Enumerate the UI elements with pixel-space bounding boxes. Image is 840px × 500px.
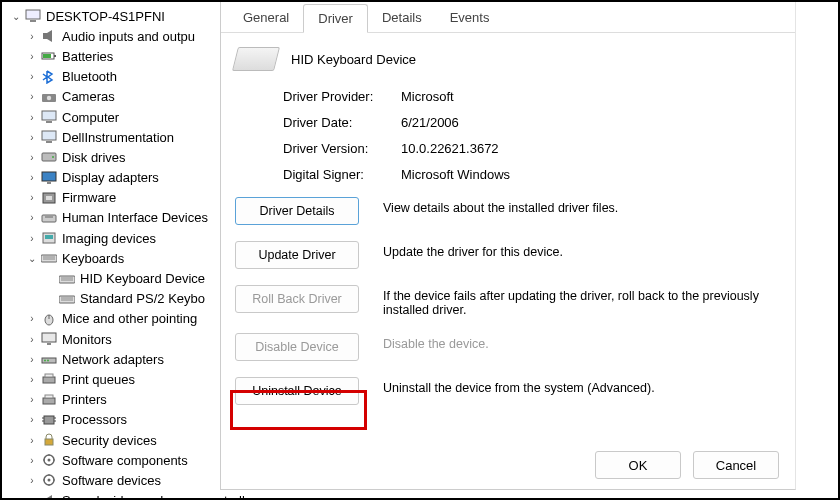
- cancel-button[interactable]: Cancel: [693, 451, 779, 479]
- tree-item-label: Human Interface Devices: [62, 210, 208, 225]
- svg-rect-41: [45, 395, 53, 398]
- tree-item-label: Standard PS/2 Keybo: [80, 291, 205, 306]
- tree-item-label: Mice and other pointing: [62, 311, 197, 326]
- tab-details[interactable]: Details: [368, 4, 436, 32]
- svg-rect-33: [42, 333, 56, 342]
- tree-item-label: DellInstrumentation: [62, 130, 174, 145]
- chevron-right-icon: ›: [26, 475, 38, 486]
- signer-value: Microsoft Windows: [401, 167, 510, 182]
- chevron-right-icon: ›: [26, 354, 38, 365]
- tree-item-label: Disk drives: [62, 150, 126, 165]
- tab-driver[interactable]: Driver: [303, 4, 368, 33]
- provider-value: Microsoft: [401, 89, 454, 104]
- keyboard-icon: [40, 250, 58, 266]
- computer-icon: [40, 129, 58, 145]
- tree-item-label: Computer: [62, 110, 119, 125]
- uninstall-device-desc: Uninstall the device from the system (Ad…: [383, 377, 781, 395]
- chevron-right-icon: ›: [26, 172, 38, 183]
- tree-item[interactable]: ›Sound, video and game controllers: [26, 491, 310, 501]
- chevron-right-icon: ›: [26, 31, 38, 42]
- date-label: Driver Date:: [283, 115, 401, 130]
- chevron-right-icon: ›: [26, 313, 38, 324]
- tree-item-label: Display adapters: [62, 170, 159, 185]
- svg-rect-14: [42, 172, 56, 181]
- svg-rect-11: [46, 141, 52, 143]
- computer-icon: [24, 8, 42, 24]
- cpu-icon: [40, 412, 58, 428]
- keyboard-icon: [58, 271, 76, 287]
- chevron-right-icon: ›: [26, 192, 38, 203]
- svg-rect-15: [47, 182, 51, 184]
- battery-icon: [40, 48, 58, 64]
- keyboard-icon: [58, 291, 76, 307]
- svg-rect-17: [46, 196, 52, 200]
- tree-item-label: Processors: [62, 412, 127, 427]
- tab-general[interactable]: General: [229, 4, 303, 32]
- chevron-down-icon: ⌄: [26, 253, 38, 264]
- tree-item-label: Keyboards: [62, 251, 124, 266]
- svg-rect-42: [44, 416, 54, 424]
- chevron-right-icon: ›: [26, 414, 38, 425]
- audio-icon: [40, 493, 58, 500]
- svg-rect-9: [46, 121, 52, 123]
- disable-device-button: Disable Device: [235, 333, 359, 361]
- svg-point-13: [52, 156, 54, 158]
- chevron-right-icon: ›: [26, 212, 38, 223]
- tree-item-label: Cameras: [62, 89, 115, 104]
- tree-item-label: Monitors: [62, 332, 112, 347]
- tree-item-label: Imaging devices: [62, 231, 156, 246]
- svg-rect-2: [43, 33, 47, 39]
- chevron-right-icon: ›: [26, 132, 38, 143]
- svg-rect-39: [45, 374, 53, 377]
- driver-details-button[interactable]: Driver Details: [235, 197, 359, 225]
- ok-button[interactable]: OK: [595, 451, 681, 479]
- printer-icon: [40, 371, 58, 387]
- audio-icon: [40, 28, 58, 44]
- chevron-right-icon: ›: [26, 71, 38, 82]
- tree-item-label: Batteries: [62, 49, 113, 64]
- svg-point-7: [47, 96, 51, 100]
- svg-rect-18: [42, 215, 56, 222]
- tree-item-label: Network adapters: [62, 352, 164, 367]
- update-driver-button[interactable]: Update Driver: [235, 241, 359, 269]
- svg-rect-47: [45, 439, 53, 445]
- version-value: 10.0.22621.3672: [401, 141, 499, 156]
- monitor-icon: [40, 331, 58, 347]
- tree-item-label: Print queues: [62, 372, 135, 387]
- svg-rect-38: [43, 377, 55, 383]
- mouse-icon: [40, 311, 58, 327]
- device-name: HID Keyboard Device: [291, 52, 416, 67]
- chevron-right-icon: ›: [26, 374, 38, 385]
- chevron-right-icon: ›: [26, 152, 38, 163]
- chevron-right-icon: ›: [26, 455, 38, 466]
- tab-events[interactable]: Events: [436, 4, 504, 32]
- uninstall-device-button[interactable]: Uninstall Device: [235, 377, 359, 405]
- tree-item-label: HID Keyboard Device: [80, 271, 205, 286]
- camera-icon: [40, 89, 58, 105]
- svg-rect-5: [43, 54, 51, 58]
- computer-icon: [40, 109, 58, 125]
- tree-item-label: Sound, video and game controllers: [62, 493, 263, 500]
- security-icon: [40, 432, 58, 448]
- tree-item-label: Software devices: [62, 473, 161, 488]
- svg-rect-34: [47, 343, 51, 345]
- bluetooth-icon: [40, 69, 58, 85]
- svg-rect-21: [45, 235, 53, 239]
- display-icon: [40, 170, 58, 186]
- driver-details-desc: View details about the installed driver …: [383, 197, 781, 215]
- chevron-right-icon: ›: [26, 394, 38, 405]
- chevron-right-icon: ›: [26, 334, 38, 345]
- chevron-right-icon: ›: [26, 51, 38, 62]
- svg-rect-10: [42, 131, 56, 140]
- chevron-right-icon: ›: [26, 435, 38, 446]
- svg-rect-40: [43, 398, 55, 404]
- rollback-driver-desc: If the device fails after updating the d…: [383, 285, 781, 317]
- tree-item-label: Firmware: [62, 190, 116, 205]
- chevron-right-icon: ›: [26, 112, 38, 123]
- tab-bar: General Driver Details Events: [221, 2, 795, 33]
- provider-label: Driver Provider:: [283, 89, 401, 104]
- svg-rect-4: [54, 55, 56, 57]
- version-label: Driver Version:: [283, 141, 401, 156]
- date-value: 6/21/2006: [401, 115, 459, 130]
- imaging-icon: [40, 230, 58, 246]
